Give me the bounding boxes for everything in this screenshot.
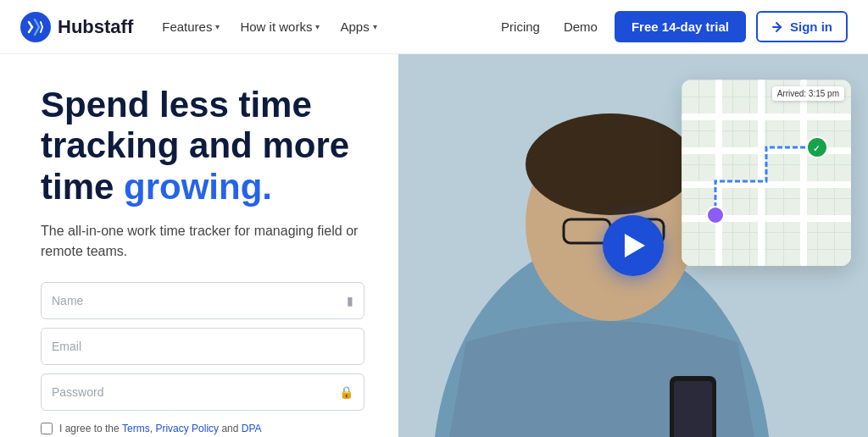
terms-text: I agree to the Terms, Privacy Policy and…: [59, 423, 262, 434]
left-panel: Spend less time tracking and more time g…: [0, 54, 398, 437]
nav-apps-label: Apps: [340, 19, 369, 34]
nav-item-features[interactable]: Features ▾: [153, 14, 228, 39]
signin-icon: [771, 20, 785, 34]
nav-pricing[interactable]: Pricing: [494, 14, 547, 39]
terms-prefix: I agree to the: [59, 423, 122, 434]
route-line: ✓: [682, 80, 851, 266]
navbar: Hubstaff Features ▾ How it works ▾ Apps …: [0, 0, 868, 54]
svg-text:✓: ✓: [813, 144, 820, 153]
signin-button[interactable]: Sign in: [756, 11, 848, 42]
hero-title-line3-prefix: time: [41, 167, 124, 207]
play-icon: [625, 234, 645, 257]
features-chevron-icon: ▾: [215, 22, 220, 31]
terms-sep2: and: [219, 423, 242, 434]
terms-checkbox[interactable]: [41, 423, 53, 434]
dpa-link[interactable]: DPA: [242, 423, 262, 434]
password-field-wrapper: 🔒: [41, 373, 364, 411]
logo[interactable]: Hubstaff: [20, 12, 133, 42]
privacy-link[interactable]: Privacy Policy: [155, 423, 219, 434]
nav-features-label: Features: [162, 19, 212, 34]
hero-title: Spend less time tracking and more time g…: [41, 85, 364, 207]
signin-label: Sign in: [790, 19, 832, 34]
nav-item-how-it-works[interactable]: How it works ▾: [231, 14, 328, 39]
terms-row: I agree to the Terms, Privacy Policy and…: [41, 423, 364, 434]
name-input[interactable]: [52, 294, 347, 307]
nav-demo[interactable]: Demo: [557, 14, 604, 39]
svg-point-11: [707, 207, 724, 224]
name-field-wrapper: ▮: [41, 282, 364, 319]
right-panel: ✓ Arrived: 3:15 pm: [398, 54, 868, 437]
email-input[interactable]: [52, 340, 353, 353]
signup-form: ▮ 🔒 I agree to the Terms, Privacy Policy…: [41, 282, 364, 434]
nav-links: Features ▾ How it works ▾ Apps ▾: [153, 14, 385, 39]
hero-title-line1: Spend less time: [41, 85, 312, 124]
name-icon: ▮: [347, 294, 353, 307]
email-field-wrapper: [41, 328, 364, 365]
lock-icon: 🔒: [339, 385, 353, 399]
hero-title-accent: growing.: [124, 167, 272, 207]
play-button[interactable]: [603, 215, 664, 276]
hero-subtitle: The all-in-one work time tracker for man…: [41, 221, 364, 262]
map-arrived-label: Arrived: 3:15 pm: [772, 86, 844, 101]
svg-point-5: [526, 113, 695, 215]
logo-text: Hubstaff: [58, 16, 133, 38]
nav-right: Pricing Demo Free 14-day trial Sign in: [494, 11, 848, 42]
hero-title-line2: tracking and more: [41, 125, 349, 165]
free-trial-button[interactable]: Free 14-day trial: [615, 11, 746, 42]
hubstaff-logo-icon: [20, 12, 51, 42]
password-input[interactable]: [52, 385, 339, 399]
terms-link[interactable]: Terms: [122, 423, 150, 434]
nav-howitworks-label: How it works: [240, 19, 312, 34]
how-it-works-chevron-icon: ▾: [315, 22, 320, 31]
nav-item-apps[interactable]: Apps ▾: [331, 14, 385, 39]
map-card: ✓ Arrived: 3:15 pm: [682, 80, 851, 266]
apps-chevron-icon: ▾: [373, 22, 377, 31]
map-inner: ✓ Arrived: 3:15 pm: [682, 80, 851, 266]
svg-point-0: [20, 12, 51, 42]
main-content: Spend less time tracking and more time g…: [0, 54, 868, 437]
svg-rect-10: [674, 381, 712, 437]
